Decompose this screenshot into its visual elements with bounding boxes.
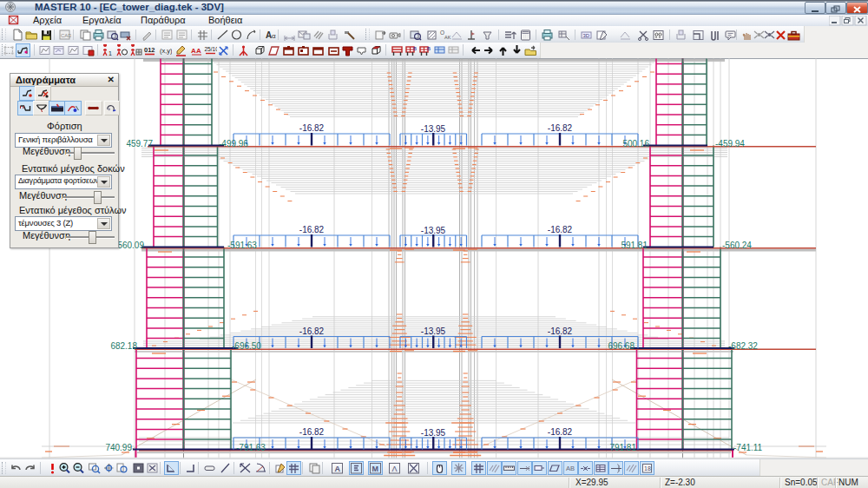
- svg-text:560.09: 560.09: [117, 241, 144, 250]
- svg-text:18: 18: [644, 465, 651, 472]
- svg-text:-682.32: -682.32: [728, 341, 758, 351]
- svg-text:-16.82: -16.82: [548, 326, 573, 336]
- svg-text:791.81: 791.81: [609, 443, 636, 452]
- svg-text:-13.95: -13.95: [421, 326, 446, 336]
- svg-text:-459.94: -459.94: [715, 139, 745, 148]
- svg-text:-741.11: -741.11: [733, 443, 763, 452]
- svg-text:-16.82: -16.82: [548, 123, 573, 133]
- svg-text:-696.50: -696.50: [232, 341, 261, 351]
- svg-text:-499.96: -499.96: [219, 139, 248, 148]
- svg-text:Λ: Λ: [392, 465, 398, 473]
- svg-text:740.99: 740.99: [105, 443, 132, 452]
- svg-text:-13.95: -13.95: [421, 428, 446, 438]
- svg-text:591.81: 591.81: [621, 241, 648, 250]
- svg-text:500.16: 500.16: [622, 139, 649, 148]
- svg-text:-16.82: -16.82: [299, 225, 325, 234]
- svg-text:A: A: [335, 465, 341, 473]
- svg-text:-13.95: -13.95: [421, 124, 446, 134]
- svg-text:682.18: 682.18: [110, 341, 137, 351]
- svg-text:M: M: [372, 465, 379, 473]
- svg-text:AB: AB: [566, 465, 575, 472]
- svg-text:696.68: 696.68: [608, 341, 635, 351]
- svg-text:-560.24: -560.24: [722, 241, 752, 250]
- svg-text:-16.82: -16.82: [548, 225, 573, 234]
- svg-text:-16.82: -16.82: [299, 427, 325, 437]
- svg-text:-16.82: -16.82: [299, 123, 325, 133]
- svg-text:-13.95: -13.95: [421, 226, 446, 235]
- svg-text:-16.82: -16.82: [299, 326, 325, 336]
- svg-text:-791.63: -791.63: [236, 443, 266, 452]
- svg-text:459.77: 459.77: [126, 139, 153, 148]
- svg-text:-16.82: -16.82: [548, 427, 573, 437]
- svg-text:-591.63: -591.63: [227, 241, 257, 250]
